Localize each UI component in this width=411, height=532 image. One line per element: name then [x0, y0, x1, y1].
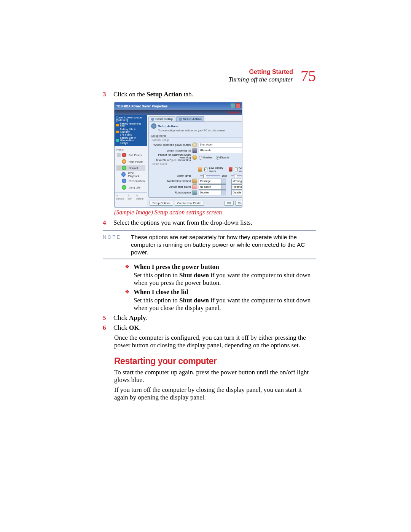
status-value: 171 hours [120, 133, 132, 136]
battery-icon [117, 166, 121, 170]
step-text-bold: Setup Action [147, 91, 182, 98]
bullet-title: When I press the power button [134, 263, 316, 271]
checkbox-label: Critical battery alarm [239, 166, 242, 173]
panel-title: Setup Actions [158, 125, 178, 128]
critical-battery-icon [229, 167, 233, 172]
step-number: 4 [103, 219, 113, 227]
bullet-text-bold: Shut down [179, 297, 209, 304]
close-lid-dropdown[interactable]: Hibernate [199, 148, 242, 153]
power-button-dropdown[interactable]: Shut down [199, 142, 242, 147]
close-icon[interactable] [236, 103, 241, 108]
bullet-title: When I close the lid [134, 288, 316, 296]
step-text: . [139, 324, 141, 331]
delete-button[interactable]: Delete [136, 194, 145, 200]
plug-icon [117, 153, 121, 157]
radio-enable[interactable] [199, 156, 202, 160]
tab-setup-action[interactable]: Setup Action [176, 116, 204, 121]
radio-label: Disable [220, 156, 229, 159]
run-program-dropdown[interactable]: Disable [199, 190, 226, 195]
profile-item[interactable]: DVD Playback [116, 171, 145, 177]
row-label: When I close the lid [151, 149, 192, 152]
window-banner: TOSHIBA [115, 110, 242, 115]
lid-icon [192, 148, 197, 153]
bullet-item: ❖ When I close the lid Set this option t… [125, 288, 316, 312]
brand-label: TOSHIBA [226, 111, 240, 114]
step-6: 6 Click OK. [103, 324, 316, 332]
step-3: 3 Click on the Setup Action tab. [103, 91, 316, 98]
sample-screenshot: TOSHIBA Power Saver Properties TOSHIBA C… [114, 102, 242, 208]
sub-label: Setup Alarm [152, 163, 242, 165]
row-label: When I press the power button [151, 143, 192, 147]
checkbox-label: Low battery alarm [209, 166, 226, 173]
body-paragraph: If you turn off the computer by closing … [114, 386, 316, 401]
new-profile-button[interactable]: Create New Profile [175, 201, 204, 206]
step-number: 5 [103, 314, 113, 322]
note-text: These options are set separately for how… [131, 233, 316, 256]
note-block: NOTE These options are set separately fo… [103, 230, 316, 259]
profile-icon [122, 185, 126, 190]
critical-alarm-checkbox[interactable]: ✓ [235, 168, 238, 171]
details-button[interactable]: Details [116, 194, 126, 200]
row-label: Action after alarm [151, 185, 192, 189]
image-caption: (Sample Image) Setup action settings scr… [114, 209, 316, 216]
status-value: 92% [120, 125, 125, 128]
slider-value: 10% [222, 174, 227, 177]
gear-icon [151, 118, 154, 121]
body-paragraph: To start the computer up again, press th… [114, 369, 316, 384]
power-status-box: Current power source [Batteries] Battery… [115, 115, 147, 146]
status-label: Battery Life in Hibernation [120, 136, 136, 142]
standby-icon [116, 131, 119, 133]
setup-options-button[interactable]: Setup Options [150, 201, 173, 206]
notification-dropdown[interactable]: Message [199, 179, 226, 184]
tab-label: Basic Setup [155, 117, 173, 121]
step-text-bold: OK [129, 324, 139, 331]
profile-label: High Power [129, 160, 143, 163]
row-label: Alarm level [151, 174, 192, 177]
profile-item[interactable]: Long Life [116, 184, 145, 190]
step-text: Select the options you want from the dro… [113, 219, 316, 227]
edit-button[interactable]: Edit [127, 194, 134, 200]
diamond-bullet-icon: ❖ [125, 288, 130, 312]
bullet-text-bold: Shut down [179, 272, 209, 279]
low-alarm-checkbox[interactable]: ✓ [204, 168, 207, 171]
page-header: Getting Started Turning off the computer… [103, 69, 316, 84]
step-number: 3 [103, 91, 113, 98]
profile-icon [122, 166, 126, 170]
tab-basic-setup[interactable]: Basic Setup [148, 116, 175, 121]
status-label: Battery remaining [120, 122, 141, 125]
profile-label: Full Power [129, 153, 142, 157]
ok-button[interactable]: OK [224, 201, 234, 206]
page-number: 75 [301, 69, 316, 84]
action-dropdown[interactable]: No action [199, 184, 226, 190]
profile-icon [122, 153, 126, 157]
action-dropdown[interactable]: Hibernate [231, 184, 242, 190]
status-value: 0 days [120, 142, 128, 144]
profiles-label: Profile [116, 149, 145, 151]
step-text: Click [113, 314, 129, 321]
profile-item[interactable]: Full Power [116, 152, 145, 158]
profile-icon [121, 172, 126, 177]
step-4: 4 Select the options you want from the d… [103, 219, 316, 227]
tab-label: Setup Action [183, 117, 202, 121]
step-text: tab. [182, 91, 193, 98]
radio-disable[interactable] [216, 156, 220, 160]
help-icon[interactable] [230, 103, 235, 108]
row-label: Run program [151, 191, 192, 194]
panel-desc: You can setup various actions on your PC… [158, 129, 242, 132]
bullet-item: ❖ When I press the power button Set this… [125, 263, 316, 287]
step-text: Click [113, 324, 129, 331]
profile-icon [122, 159, 126, 164]
profile-item[interactable]: High Power [116, 158, 145, 165]
notification-dropdown[interactable]: Message [231, 179, 242, 184]
bell-icon [192, 179, 197, 184]
diamond-bullet-icon: ❖ [125, 263, 130, 287]
bullet-text: Set this option to [134, 297, 179, 304]
low-alarm-slider[interactable] [200, 175, 220, 176]
cancel-button[interactable]: Cancel [235, 201, 242, 206]
critical-alarm-slider[interactable] [231, 175, 242, 176]
profile-item[interactable]: Presentation [116, 178, 145, 184]
step-5: 5 Click Apply. [103, 314, 316, 322]
profile-item-selected[interactable]: Normal [116, 165, 145, 171]
run-program-dropdown[interactable]: Disable [231, 190, 242, 195]
step-text: Click on the [113, 91, 147, 98]
